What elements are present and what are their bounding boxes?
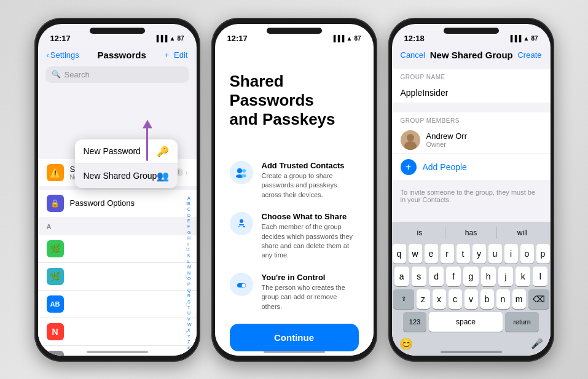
- add-people-label: Add People: [423, 162, 467, 172]
- add-password-button[interactable]: +: [164, 50, 169, 60]
- group-name-label: GROUP NAME: [392, 69, 551, 83]
- return-key[interactable]: return: [505, 312, 539, 332]
- password-options-item[interactable]: 🔒 Password Options ›: [38, 190, 197, 217]
- microphone-key[interactable]: 🎤: [531, 338, 543, 350]
- key-v[interactable]: v: [465, 289, 478, 309]
- feature-desc-3: The person who creates the group can add…: [262, 283, 359, 311]
- key-p[interactable]: p: [536, 244, 550, 264]
- new-password-item[interactable]: New Password 🔑: [75, 139, 178, 164]
- screen-3: 12:18 ▐▐▐ ▲ 87 Cancel New Shared Group C…: [392, 24, 551, 356]
- shift-key[interactable]: ⇧: [393, 289, 414, 309]
- suggestion-will[interactable]: will: [497, 225, 548, 240]
- feature-item-1: Add Trusted Contacts Create a group to s…: [230, 161, 359, 200]
- screen-2: 12:17 ▐▐▐ ▲ 87 Shared Passwords and Pass…: [215, 24, 374, 356]
- key-h[interactable]: h: [481, 267, 496, 286]
- invite-note: To invite someone to the group, they mus…: [392, 185, 551, 209]
- new-shared-group-item[interactable]: New Shared Group 👥: [75, 164, 178, 188]
- status-time-2: 12:17: [227, 34, 248, 43]
- key-d[interactable]: d: [429, 267, 444, 286]
- feature-text-3: You're in Control The person who creates…: [262, 273, 359, 311]
- key-u[interactable]: u: [488, 244, 502, 264]
- feature-desc-2: Each member of the group decides which p…: [262, 222, 359, 260]
- group-members-label: GROUP MEMBERS: [392, 112, 551, 127]
- key-g[interactable]: g: [463, 267, 478, 286]
- list-item-app4[interactable]: N ›: [38, 318, 197, 346]
- key-c[interactable]: c: [449, 289, 462, 309]
- search-bar-1[interactable]: 🔍 Search: [45, 66, 189, 83]
- status-icons-2: ▐▐▐ ▲ 87: [331, 35, 361, 42]
- app-icon-2: 🌿: [47, 268, 64, 285]
- key-b[interactable]: b: [480, 289, 494, 309]
- home-indicator-3: [441, 351, 502, 353]
- group-name-section: GROUP NAME AppleInsider: [392, 69, 551, 103]
- key-t[interactable]: t: [457, 244, 470, 264]
- key-j[interactable]: j: [498, 267, 513, 286]
- create-button[interactable]: Create: [517, 50, 541, 60]
- phone3-form: GROUP NAME AppleInsider GROUP MEMBERS: [392, 64, 551, 356]
- list-item-app1[interactable]: 🌿 ›: [38, 235, 197, 263]
- key-o[interactable]: o: [520, 244, 534, 264]
- key-x[interactable]: x: [433, 289, 446, 309]
- home-indicator-2: [264, 351, 325, 353]
- key-f[interactable]: f: [446, 267, 461, 286]
- password-options-icon: 🔒: [47, 195, 64, 212]
- battery-icon-2: 87: [354, 35, 361, 42]
- title-line2: and Passkeys: [230, 110, 335, 128]
- key-m[interactable]: m: [512, 289, 526, 309]
- suggestion-has[interactable]: has: [445, 225, 496, 240]
- feature-title-1: Add Trusted Contacts: [262, 161, 359, 170]
- new-shared-group-title: New Shared Group: [430, 50, 513, 60]
- feature-desc-1: Create a group to share passwords and pa…: [262, 171, 359, 200]
- key-n[interactable]: n: [496, 289, 510, 309]
- key-z[interactable]: z: [417, 289, 430, 309]
- svg-point-9: [241, 283, 245, 287]
- battery-icon-3: 87: [531, 35, 538, 42]
- group-name-input[interactable]: AppleInsider: [392, 83, 551, 103]
- list-item-app2[interactable]: 🌿 ›: [38, 263, 197, 291]
- key-k[interactable]: k: [515, 267, 530, 286]
- key-q[interactable]: q: [393, 244, 406, 264]
- key-y[interactable]: y: [472, 244, 486, 264]
- app-icon-ab: AB: [47, 295, 64, 313]
- list-item-app3[interactable]: AB ›: [38, 291, 197, 318]
- key-i[interactable]: i: [504, 244, 518, 264]
- key-a[interactable]: a: [394, 267, 409, 286]
- space-key[interactable]: space: [429, 312, 503, 332]
- title-line1: Shared Passwords: [230, 72, 314, 109]
- back-chevron-icon: ‹: [47, 50, 49, 60]
- group-icon: 👥: [157, 170, 169, 182]
- security-chevron-icon: ›: [186, 168, 188, 177]
- continue-button[interactable]: Continue: [230, 324, 359, 351]
- edit-button[interactable]: Edit: [174, 50, 187, 60]
- signal-icon-2: ▐▐▐: [331, 35, 344, 42]
- app-icon-gray-a: A: [47, 351, 64, 356]
- add-people-row[interactable]: + Add People: [392, 154, 551, 180]
- feature-item-2: Choose What to Share Each member of the …: [230, 212, 359, 260]
- key-s[interactable]: s: [412, 267, 426, 286]
- feature-icon-share: [230, 212, 253, 235]
- key-icon: 🔑: [157, 146, 169, 157]
- key-e[interactable]: e: [425, 244, 438, 264]
- key-l[interactable]: l: [533, 267, 547, 286]
- alphabet-index[interactable]: A B C D E F G H I J K L M N O P Q: [187, 196, 192, 351]
- key-w[interactable]: w: [409, 244, 422, 264]
- back-to-settings[interactable]: ‹ Settings: [47, 50, 79, 60]
- notch-1: [90, 28, 145, 34]
- member-role: Owner: [426, 141, 467, 148]
- phones-container: 12:17 ▐▐▐ ▲ 87 ‹ Settings Passwords + Ed…: [22, 6, 566, 374]
- key-r[interactable]: r: [441, 244, 454, 264]
- phone2-content: Shared Passwords and Passkeys: [215, 47, 374, 356]
- numbers-key[interactable]: 123: [403, 312, 426, 332]
- emoji-key[interactable]: 😊: [399, 337, 413, 351]
- cancel-button-3[interactable]: Cancel: [401, 50, 425, 60]
- app-icon-1: 🌿: [47, 240, 64, 257]
- delete-key[interactable]: ⌫: [528, 289, 549, 309]
- member-info-andrew: Andrew Orr Owner: [426, 131, 467, 148]
- add-person-icon: +: [401, 159, 417, 175]
- svg-rect-7: [243, 226, 245, 227]
- phone1-content: New Password 🔑 New Shared Group 👥: [38, 85, 197, 356]
- shared-pw-title: Shared Passwords and Passkeys: [230, 72, 359, 130]
- suggestion-is[interactable]: is: [394, 225, 445, 240]
- notch-3: [444, 28, 499, 34]
- keyboard-row-3: ⇧ z x c v b n m ⌫: [394, 289, 548, 309]
